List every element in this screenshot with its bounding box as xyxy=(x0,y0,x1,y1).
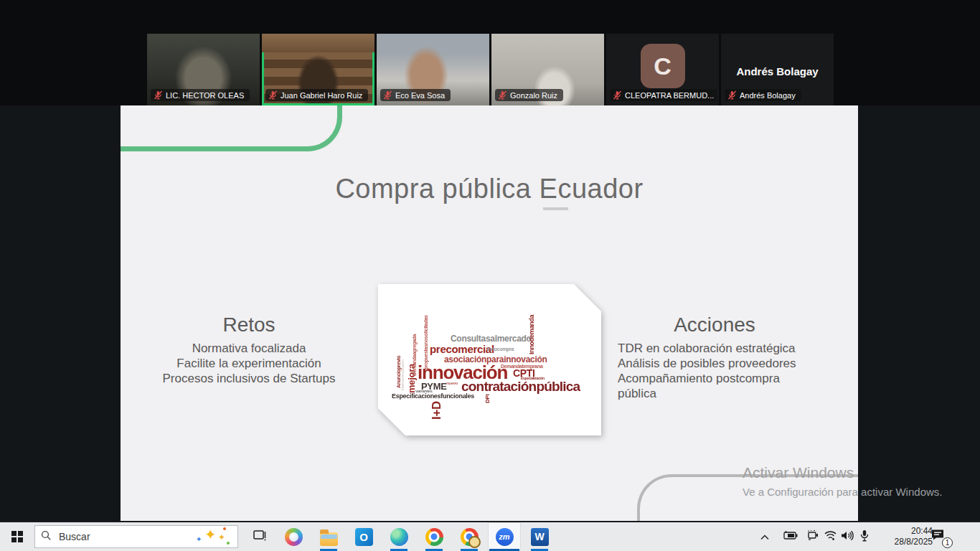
taskbar-app-explorer[interactable] xyxy=(312,522,345,551)
search-icon xyxy=(41,530,52,544)
explorer-icon xyxy=(320,532,338,546)
speaker-icon xyxy=(841,530,854,544)
mic-muted-icon xyxy=(727,90,737,100)
copilot-icon xyxy=(285,528,303,546)
list-item: Procesos inclusivos de Startups xyxy=(149,371,349,386)
wordcloud-word: Internacionalización xyxy=(401,359,405,390)
participant-name-label: Gonzalo Ruiz xyxy=(510,91,557,100)
activate-windows-watermark-subtitle: Ve a Configuración para activar Windows. xyxy=(743,486,942,498)
list-item: TDR en colaboración estratégica xyxy=(618,341,811,356)
zoom-icon xyxy=(496,528,514,546)
taskbar-app-copilot[interactable] xyxy=(277,522,310,551)
shared-screen-slide: Compra pública Ecuador Retos Normativa f… xyxy=(121,105,858,521)
wordcloud-word: Innodemanda xyxy=(529,315,535,354)
windows-logo-icon xyxy=(11,531,23,542)
avatar: C xyxy=(641,44,685,88)
chevron-up-icon xyxy=(760,530,769,543)
battery-status-button[interactable] xyxy=(779,522,801,551)
mic-muted-icon xyxy=(154,90,163,100)
taskbar-app-word[interactable] xyxy=(523,522,556,551)
battery-icon xyxy=(782,530,798,543)
wordcloud-card: ConsultasalmercadoprecomercialInnocompra… xyxy=(378,284,601,435)
task-view-button[interactable] xyxy=(244,522,275,551)
participant-name-label: Andrés Bolagay xyxy=(740,91,796,100)
activate-windows-watermark-title: Activar Windows xyxy=(743,464,854,481)
wordcloud-word: DPI xyxy=(485,395,491,403)
tray-chevron-button[interactable] xyxy=(755,522,775,551)
participant-name-tag: CLEOPATRA BERMUD... xyxy=(610,89,717,101)
acciones-block: Acciones TDR en colaboración estratégica… xyxy=(618,314,811,401)
wordcloud-word: Consultasalmercado xyxy=(451,334,532,343)
start-button[interactable] xyxy=(0,522,34,551)
participant-tile[interactable]: CCLEOPATRA BERMUD... xyxy=(606,34,719,105)
taskbar-app-chrome2[interactable] xyxy=(453,522,486,551)
slide-green-corner-decoration xyxy=(121,105,342,151)
chrome2-icon xyxy=(461,528,479,546)
video-thumbnail-strip: LIC. HECTOR OLEASJuan Gabriel Haro RuizE… xyxy=(0,0,980,105)
wifi-icon xyxy=(824,530,837,544)
edge-icon xyxy=(390,528,408,546)
acciones-items: TDR en colaboración estratégicaAnálisis … xyxy=(618,341,811,401)
wordcloud-word: Demandaagregada xyxy=(412,334,417,376)
search-placeholder: Buscar xyxy=(59,531,194,542)
list-item: Facilite la experimentación xyxy=(149,356,349,371)
wordcloud-word: I+D xyxy=(430,401,443,420)
wordcloud-word: Especificacionesfuncionales xyxy=(392,393,474,400)
microphone-icon xyxy=(860,529,869,545)
list-item: Normativa focalizada xyxy=(149,341,349,356)
mic-muted-icon xyxy=(498,90,507,100)
slide-title: Compra pública Ecuador xyxy=(121,174,858,204)
participant-tile[interactable]: Gonzalo Ruiz xyxy=(491,34,604,105)
microphone-in-use-button[interactable] xyxy=(855,522,874,551)
chrome-icon xyxy=(425,528,443,546)
camera-icon xyxy=(806,530,819,543)
retos-items: Normativa focalizadaFacilite la experime… xyxy=(149,341,349,386)
outlook-icon xyxy=(355,528,373,546)
wordcloud-word: precomercial xyxy=(430,344,494,354)
retos-heading: Retos xyxy=(149,314,349,336)
wordcloud-word: nuevo xyxy=(446,381,458,385)
acciones-heading: Acciones xyxy=(618,314,811,336)
participant-name-label: Juan Gabriel Haro Ruiz xyxy=(281,91,362,100)
participant-tile[interactable]: Juan Gabriel Haro Ruiz xyxy=(262,34,374,105)
taskbar-app-chrome[interactable] xyxy=(418,522,451,551)
list-item: Acompañamiento postcompra pública xyxy=(618,371,811,401)
mic-muted-icon xyxy=(268,90,278,100)
participant-name-tag: Eco Eva Sosa xyxy=(380,89,451,101)
taskbar-app-outlook[interactable] xyxy=(347,522,380,551)
participant-name-tag: Andrés Bolagay xyxy=(725,89,801,101)
mic-muted-icon xyxy=(383,90,392,100)
participant-name-tag: Gonzalo Ruiz xyxy=(495,89,563,101)
wordcloud-word: propuestasnosolicitadas xyxy=(423,315,428,369)
zoom-meeting-window: LIC. HECTOR OLEASJuan Gabriel Haro RuizE… xyxy=(0,0,980,551)
task-view-icon xyxy=(253,529,267,544)
participant-name-tag: Juan Gabriel Haro Ruiz xyxy=(265,89,368,101)
participant-tile[interactable]: Andrés BolagayAndrés Bolagay xyxy=(721,34,834,105)
participant-display-name: Andrés Bolagay xyxy=(721,65,834,77)
taskbar-app-zoom[interactable] xyxy=(488,522,521,551)
participant-name-label: Eco Eva Sosa xyxy=(395,91,445,100)
wordcloud-word: Innocompra xyxy=(487,347,514,352)
spellcheck-underline xyxy=(543,207,568,210)
taskbar-app-edge[interactable] xyxy=(382,522,415,551)
word-icon xyxy=(531,528,549,546)
wordcloud: ConsultasalmercadoprecomercialInnocompra… xyxy=(378,284,601,435)
wordcloud-word: contrataciónpública xyxy=(461,380,580,393)
notification-count-badge: 1 xyxy=(942,537,953,548)
search-highlights-sparkle-icon: ✦✦✦ xyxy=(194,526,232,547)
action-center-button[interactable]: 1 xyxy=(921,522,954,551)
search-input[interactable]: Buscar ✦✦✦ xyxy=(34,525,238,548)
mic-muted-icon xyxy=(613,90,622,100)
windows-taskbar: Buscar ✦✦✦ 20:44 28/ xyxy=(0,521,980,551)
participant-name-tag: LIC. HECTOR OLEAS xyxy=(151,89,250,101)
participant-tile[interactable]: LIC. HECTOR OLEAS xyxy=(147,34,260,105)
retos-block: Retos Normativa focalizadaFacilite la ex… xyxy=(149,314,349,386)
participant-tile[interactable]: Eco Eva Sosa xyxy=(377,34,489,105)
list-item: Análisis de posibles proveedores xyxy=(618,356,811,371)
participant-name-label: LIC. HECTOR OLEAS xyxy=(166,91,244,100)
participant-name-label: CLEOPATRA BERMUD... xyxy=(625,91,714,100)
